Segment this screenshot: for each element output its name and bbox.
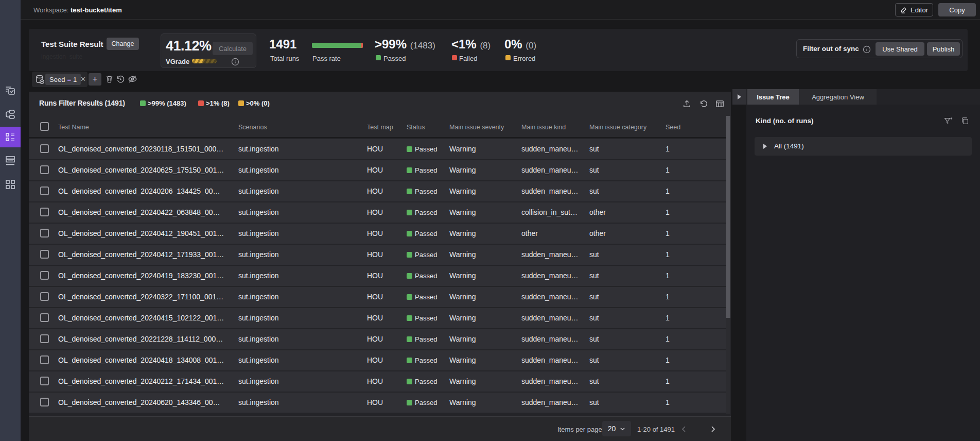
tab-aggregation-view[interactable]: Aggregation View (799, 89, 877, 105)
cell-kind: sudden_maneu… (521, 145, 579, 153)
pipeline-icon[interactable] (4, 108, 16, 121)
col-seed[interactable]: Seed (666, 124, 680, 131)
add-filter-button[interactable]: + (89, 73, 101, 86)
copy-button[interactable]: Copy (938, 3, 976, 16)
row-checkbox[interactable] (40, 144, 49, 153)
left-sidebar (0, 0, 21, 441)
grid-icon[interactable] (4, 178, 16, 191)
table-row[interactable]: OL_denoised_converted_20240625_175150_00… (29, 160, 726, 180)
collapse-panel-button[interactable] (732, 89, 746, 105)
change-button[interactable]: Change (107, 38, 139, 50)
undo-icon[interactable] (698, 99, 708, 109)
table-row[interactable]: OL_denoised_converted_20240419_183230_00… (29, 266, 726, 286)
row-checkbox[interactable] (40, 398, 49, 406)
table-row[interactable]: OL_denoised_converted_20240412_171933_00… (29, 245, 726, 265)
prev-page-icon[interactable] (679, 425, 689, 434)
use-shared-button[interactable]: Use Shared (876, 42, 924, 56)
col-main-issue-kind[interactable]: Main issue kind (521, 124, 566, 131)
col-test-name[interactable]: Test Name (58, 124, 89, 131)
table-row[interactable]: OL_denoised_converted_20240212_171434_00… (29, 371, 726, 392)
cell-category: other (589, 229, 606, 238)
select-all-checkbox[interactable] (40, 122, 49, 131)
delete-filters-icon[interactable] (104, 74, 114, 84)
row-checkbox[interactable] (40, 292, 49, 301)
info-icon[interactable] (231, 58, 239, 66)
row-checkbox[interactable] (40, 313, 49, 322)
col-main-issue-severity[interactable]: Main issue severity (449, 124, 504, 131)
row-checkbox[interactable] (40, 355, 49, 364)
table-row[interactable]: OL_denoised_converted_20240415_102122_00… (29, 308, 726, 328)
cell-test-map: HOU (367, 272, 383, 280)
cell-kind: other (521, 229, 538, 238)
cell-test-map: HOU (367, 356, 383, 364)
row-checkbox[interactable] (40, 165, 49, 174)
info-icon[interactable] (863, 45, 871, 54)
cell-kind: sudden_maneu… (521, 335, 579, 343)
sidebar-item-active[interactable] (0, 127, 21, 147)
copy-tree-icon[interactable] (960, 116, 970, 126)
items-per-page-label: Items per page (557, 426, 602, 433)
tab-issue-tree[interactable]: Issue Tree (747, 89, 799, 105)
filter-chip-seed[interactable]: Seed=1 (45, 74, 81, 85)
vgrade-progress (192, 59, 217, 63)
page-size-select[interactable]: 20 (602, 421, 631, 436)
cell-severity: Warning (449, 335, 476, 343)
publish-button[interactable]: Publish (927, 42, 960, 56)
cell-test-map: HOU (367, 314, 383, 322)
table-row[interactable]: OL_denoised_converted_20240322_171100_00… (29, 287, 726, 307)
cell-category: sut (589, 272, 599, 280)
status-passed-square (407, 273, 412, 279)
next-page-icon[interactable] (708, 425, 717, 434)
tree-node-all[interactable]: All (1491) (755, 137, 972, 156)
col-scenarios[interactable]: Scenarios (238, 124, 267, 131)
table-row[interactable]: OL_denoised_converted_20221228_114112_00… (29, 329, 726, 349)
row-checkbox[interactable] (40, 271, 49, 280)
remove-chip-icon[interactable]: ✕ (80, 75, 86, 83)
cell-severity: Warning (449, 272, 476, 280)
filter-add-icon[interactable] (943, 116, 953, 126)
col-status[interactable]: Status (407, 124, 425, 131)
status-passed-square (407, 189, 412, 194)
cell-scenario: sut.ingestion (238, 377, 279, 385)
table-row[interactable]: OL_denoised_converted_20240206_134425_00… (29, 181, 726, 201)
table-row[interactable]: OL_denoised_converted_20240620_143346_00… (29, 393, 726, 413)
row-checkbox[interactable] (40, 250, 49, 259)
cell-test-map: HOU (367, 335, 383, 343)
cell-scenario: sut.ingestion (238, 187, 279, 195)
table-row[interactable]: OL_denoised_converted_20240412_190451_00… (29, 224, 726, 244)
table-row[interactable]: OL_denoised_converted_20240418_134008_00… (29, 350, 726, 370)
col-main-issue-category[interactable]: Main issue category (589, 124, 646, 131)
cell-test-name: OL_denoised_converted_20230118_151501_00… (58, 145, 223, 153)
passed-value: >99% (1483) (375, 37, 435, 52)
cell-seed: 1 (666, 229, 670, 238)
export-icon[interactable] (682, 99, 692, 109)
cell-status: Passed (415, 293, 437, 301)
kind-runs-label: Kind (no. of runs) (756, 117, 813, 125)
cell-category: sut (589, 145, 599, 153)
row-checkbox[interactable] (40, 229, 49, 238)
col-test-map[interactable]: Test map (367, 124, 393, 131)
row-checkbox[interactable] (40, 334, 49, 343)
table-icon[interactable] (715, 99, 725, 109)
rows-icon[interactable] (4, 155, 16, 167)
cell-scenario: sut.ingestion (238, 398, 279, 406)
row-checkbox[interactable] (40, 186, 49, 195)
status-passed-square (407, 252, 412, 258)
table-row[interactable]: OL_denoised_converted_20240422_063848_00… (29, 202, 726, 223)
cell-category: sut (589, 377, 599, 385)
vertical-scrollbar[interactable] (726, 116, 731, 414)
filter-chip-group: Seed=1 ✕ (32, 72, 87, 87)
row-checkbox[interactable] (40, 377, 49, 385)
row-checkbox[interactable] (40, 208, 49, 216)
history-icon[interactable] (115, 74, 125, 84)
cell-test-name: OL_denoised_converted_20240419_183230_00… (58, 272, 224, 280)
cell-seed: 1 (666, 166, 670, 174)
cell-seed: 1 (666, 250, 670, 259)
calculate-button[interactable]: Calculate (213, 42, 253, 55)
cell-severity: Warning (449, 145, 476, 153)
table-row[interactable]: OL_denoised_converted_20230118_151501_00… (29, 139, 726, 159)
cell-category: sut (589, 398, 599, 406)
eye-off-icon[interactable] (128, 74, 137, 84)
test-report-icon[interactable] (4, 84, 16, 97)
editor-button[interactable]: Editor (895, 3, 933, 16)
